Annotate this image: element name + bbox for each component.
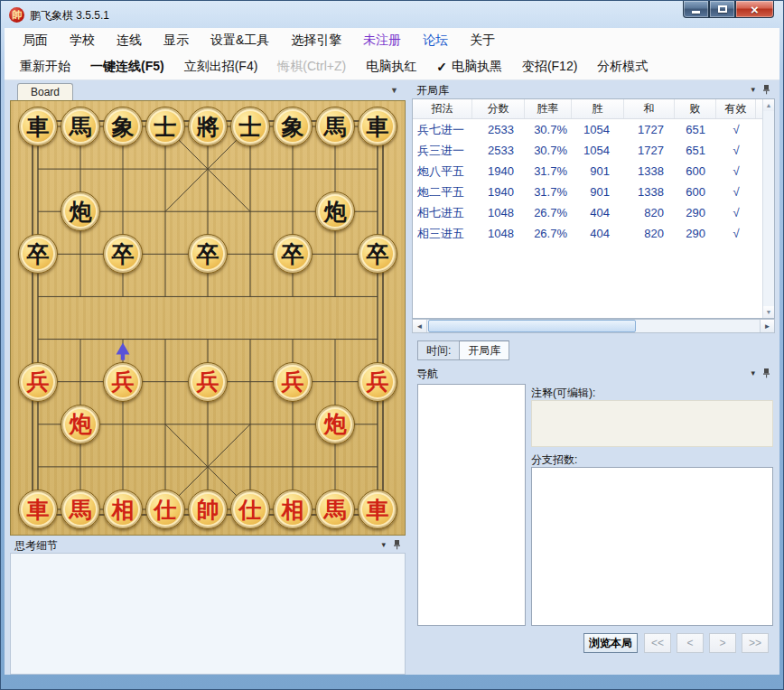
scroll-up-icon[interactable]: ▲ — [763, 99, 774, 111]
opening-library-header: 开局库 ▾ — [412, 82, 775, 98]
menu-item-6[interactable]: 选择引擎 — [280, 33, 352, 49]
comment-editor[interactable] — [531, 400, 773, 447]
horizontal-scrollbar[interactable]: ◄ ► — [412, 319, 775, 333]
column-header-7[interactable]: 有效 — [716, 99, 756, 118]
piece-red[interactable]: 兵 — [103, 362, 143, 402]
piece-red[interactable]: 炮 — [315, 405, 355, 444]
piece-black[interactable]: 卒 — [358, 234, 397, 274]
piece-red[interactable]: 帥 — [188, 490, 228, 529]
collapse-icon[interactable]: ▾ — [381, 539, 386, 550]
piece-black[interactable]: 象 — [103, 107, 143, 146]
browse-game-button[interactable]: 浏览本局 — [583, 633, 638, 653]
menu-item-1[interactable]: 局面 — [12, 33, 59, 49]
nav-button-2[interactable]: < — [677, 633, 704, 653]
piece-black[interactable]: 士 — [145, 107, 185, 146]
toolbar-item-6[interactable]: ✓电脑执黑 — [426, 59, 512, 75]
nav-buttons: <<<>>> — [644, 633, 769, 653]
menu-item-5[interactable]: 设置&工具 — [200, 33, 280, 49]
column-header-4[interactable]: 胜 — [572, 99, 624, 118]
column-header-1[interactable]: 招法 — [413, 99, 472, 118]
menu-item-8[interactable]: 论坛 — [412, 33, 459, 49]
title-bar[interactable]: 帥 鹏飞象棋 3.5.5.1 × — [1, 1, 783, 28]
piece-black[interactable]: 車 — [18, 107, 58, 146]
scrollbar-thumb[interactable] — [428, 320, 636, 332]
opening-cell: 901 — [572, 161, 624, 182]
opening-move-row[interactable]: 兵七进一253330.7%10541727651√ — [413, 119, 774, 140]
piece-red[interactable]: 炮 — [61, 405, 100, 444]
menu-item-2[interactable]: 学校 — [59, 33, 106, 49]
opening-cell: 1727 — [624, 140, 675, 161]
piece-red[interactable]: 兵 — [18, 362, 58, 402]
piece-black[interactable]: 卒 — [273, 234, 313, 274]
opening-library-title: 开局库 — [416, 83, 449, 98]
piece-black[interactable]: 卒 — [18, 234, 58, 274]
collapse-icon[interactable]: ▾ — [751, 368, 755, 378]
collapse-icon[interactable]: ▾ — [751, 84, 755, 95]
close-button[interactable]: × — [735, 1, 774, 18]
opening-move-row[interactable]: 相七进五104826.7%404820290√ — [413, 202, 774, 223]
column-header-3[interactable]: 胜率 — [525, 99, 572, 118]
maximize-button[interactable] — [709, 1, 735, 18]
menu-item-7[interactable]: 未注册 — [352, 33, 412, 49]
toolbar-item-4[interactable]: 悔棋(Ctrl+Z) — [267, 59, 356, 75]
bottom-tab-1[interactable]: 时间: — [417, 340, 460, 360]
piece-red[interactable]: 相 — [273, 490, 313, 529]
piece-red[interactable]: 車 — [358, 490, 397, 529]
scroll-down-icon[interactable]: ▼ — [763, 306, 774, 318]
piece-black[interactable]: 馬 — [315, 107, 355, 146]
panel-menu-icon[interactable]: ▼ — [390, 86, 398, 95]
nav-button-3[interactable]: > — [709, 633, 736, 653]
opening-move-row[interactable]: 炮二平五194031.7%9011338600√ — [413, 182, 774, 202]
scroll-left-icon[interactable]: ◄ — [413, 320, 427, 332]
opening-move-row[interactable]: 炮八平五194031.7%9011338600√ — [413, 161, 774, 182]
column-header-2[interactable]: 分数 — [472, 99, 525, 118]
pin-icon[interactable] — [762, 84, 770, 95]
nav-button-1[interactable]: << — [644, 633, 671, 653]
piece-black[interactable]: 象 — [273, 107, 313, 146]
toolbar-item-8[interactable]: 分析模式 — [587, 59, 658, 75]
vertical-scrollbar[interactable]: ▲ ▼ — [762, 99, 774, 318]
piece-red[interactable]: 兵 — [358, 362, 397, 402]
piece-red[interactable]: 兵 — [188, 362, 228, 402]
piece-red[interactable]: 馬 — [61, 490, 100, 529]
piece-red[interactable]: 仕 — [145, 490, 185, 529]
minimize-button[interactable] — [683, 1, 709, 18]
piece-black[interactable]: 炮 — [61, 191, 100, 231]
column-header-5[interactable]: 和 — [624, 99, 675, 118]
toolbar-item-7[interactable]: 变招(F12) — [512, 59, 587, 75]
toolbar-item-2[interactable]: 一键连线(F5) — [80, 59, 174, 75]
menu-item-3[interactable]: 连线 — [106, 33, 153, 49]
scroll-right-icon[interactable]: ► — [760, 320, 774, 332]
minimize-icon — [692, 11, 700, 14]
opening-move-row[interactable]: 兵三进一253330.7%10541727651√ — [413, 140, 774, 161]
board-tab[interactable]: Board — [17, 83, 73, 100]
piece-red[interactable]: 馬 — [315, 490, 355, 529]
nav-button-4[interactable]: >> — [742, 633, 769, 653]
toolbar-item-1[interactable]: 重新开始 — [10, 59, 80, 75]
piece-black[interactable]: 卒 — [103, 234, 143, 274]
check-icon: ✓ — [436, 60, 447, 74]
toolbar-item-3[interactable]: 立刻出招(F4) — [174, 59, 268, 75]
pin-icon[interactable] — [762, 368, 770, 378]
menu-item-4[interactable]: 显示 — [153, 33, 200, 49]
piece-black[interactable]: 馬 — [61, 107, 100, 146]
piece-black[interactable]: 車 — [358, 107, 397, 146]
menu-item-9[interactable]: 关于 — [459, 33, 506, 49]
board-area[interactable]: 車馬象士將士象馬車炮炮卒卒卒卒卒兵兵兵兵兵炮炮車馬相仕帥仕相馬車 — [10, 100, 406, 536]
piece-red[interactable]: 仕 — [230, 490, 270, 529]
piece-black[interactable]: 士 — [230, 107, 270, 146]
piece-red[interactable]: 兵 — [273, 362, 313, 402]
opening-cell: 相七进五 — [413, 202, 472, 223]
toolbar-item-5[interactable]: 电脑执红 — [356, 59, 426, 75]
piece-red[interactable]: 車 — [18, 490, 58, 529]
piece-black[interactable]: 卒 — [188, 234, 228, 274]
piece-black[interactable]: 將 — [188, 107, 228, 146]
bottom-tab-2[interactable]: 开局库 — [459, 340, 509, 360]
piece-red[interactable]: 相 — [103, 490, 143, 529]
pin-icon[interactable] — [393, 539, 401, 550]
opening-cell: 相三进五 — [413, 223, 472, 244]
piece-black[interactable]: 炮 — [315, 191, 355, 231]
time-tabs: 时间:开局库 — [417, 340, 509, 360]
opening-move-row[interactable]: 相三进五104826.7%404820290√ — [413, 223, 774, 244]
column-header-6[interactable]: 败 — [675, 99, 716, 118]
